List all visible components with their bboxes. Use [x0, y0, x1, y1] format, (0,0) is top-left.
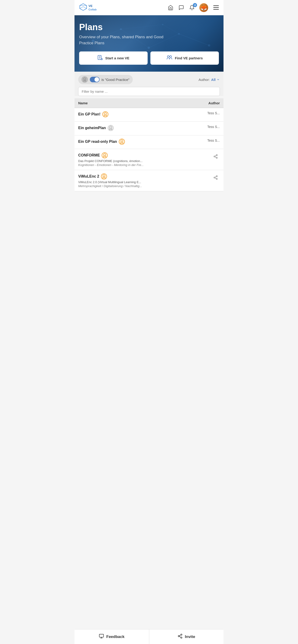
svg-point-30 [170, 56, 171, 58]
start-ve-button[interactable]: Start a new VE [79, 52, 148, 65]
plan-name: CONFORME [78, 153, 100, 158]
messages-icon[interactable] [178, 4, 184, 11]
hamburger-line [213, 9, 219, 10]
medal-icon [101, 174, 107, 179]
notifications-icon[interactable]: 4 [189, 4, 195, 11]
svg-point-33 [84, 78, 86, 80]
svg-line-41 [215, 157, 216, 158]
svg-point-34 [104, 112, 106, 114]
svg-text:Collab: Collab [88, 8, 97, 11]
svg-line-2 [80, 7, 83, 8]
gp-toggle-switch[interactable] [90, 77, 100, 82]
plan-row-header: Ein GP Plan! [78, 111, 197, 117]
plan-row-header: Ein geheimPlan [78, 125, 197, 131]
medal-icon [103, 112, 108, 117]
plan-author: Tess S... [197, 139, 220, 142]
logo[interactable]: VE Collab [78, 2, 101, 13]
svg-line-3 [83, 7, 87, 8]
plan-row[interactable]: ViMuLEnc 2 ViMuLEnc 2.0 (Virtual Multili… [75, 170, 223, 191]
filter-input-wrapper [78, 87, 220, 96]
plan-row-header: CONFORME [78, 152, 211, 158]
svg-line-42 [215, 155, 216, 156]
plan-row-content: ViMuLEnc 2 ViMuLEnc 2.0 (Virtual Multili… [78, 174, 211, 188]
gp-badge [102, 111, 108, 117]
find-partners-icon [166, 55, 172, 62]
page-title: Plans [79, 22, 219, 32]
notification-badge: 4 [193, 3, 197, 7]
col-author-header: Author [197, 101, 220, 105]
invite-label: Invite [185, 634, 195, 639]
hero-banner: Plans Overview of your Plans, shared Pla… [75, 15, 223, 72]
medal-icon [108, 126, 113, 130]
share-icon [213, 154, 218, 159]
svg-line-56 [179, 635, 181, 636]
plan-row-header: Ein GP read-only Plan [78, 139, 197, 145]
author-filter: Author: All [198, 78, 220, 82]
author-label: Author: [198, 78, 210, 82]
gp-toggle-group[interactable]: is "Good Practice" [78, 75, 133, 84]
feedback-label: Feedback [106, 634, 124, 639]
invite-icon [178, 634, 183, 640]
medal-icon [119, 139, 124, 144]
action-buttons: Start a new VE Find VE partners [79, 52, 219, 65]
find-partners-label: Find VE partners [175, 56, 203, 60]
filter-name-input[interactable] [78, 87, 220, 96]
hamburger-menu[interactable] [212, 4, 220, 11]
plan-row[interactable]: CONFORME Das Projekt CONFORME (cognition… [75, 149, 223, 170]
plan-author: Tess S... [197, 125, 220, 129]
plan-name: ViMuLEnc 2 [78, 174, 99, 178]
svg-point-37 [104, 154, 106, 156]
plan-desc-italic: Mehrsprachigkeit / Digitalisierung / Nac… [78, 184, 211, 188]
share-button[interactable] [211, 174, 220, 182]
gp-badge [102, 152, 108, 158]
svg-point-36 [121, 140, 123, 142]
plan-row[interactable]: Ein geheimPlan Tess S... [75, 122, 223, 136]
plan-name: Ein GP Plan! [78, 112, 101, 116]
svg-line-21 [179, 34, 209, 46]
user-avatar[interactable] [199, 3, 208, 12]
author-select-value: All [211, 78, 216, 82]
plan-row[interactable]: Ein GP read-only Plan Tess S... [75, 136, 223, 149]
feedback-button[interactable]: Feedback [75, 630, 149, 644]
gp-badge [101, 174, 107, 180]
plan-name: Ein geheimPlan [78, 126, 106, 130]
plan-row-header: ViMuLEnc 2 [78, 174, 211, 180]
plan-row-right: Tess S... [197, 125, 220, 129]
table-header: Name Author [75, 98, 223, 108]
author-select-button[interactable]: All [211, 78, 220, 82]
plan-row-content: Ein GP read-only Plan [78, 139, 197, 146]
hamburger-line [213, 5, 219, 6]
filters-section: is "Good Practice" Author: All [75, 72, 223, 96]
plan-row[interactable]: Ein GP Plan! Tess S... [75, 108, 223, 122]
start-ve-label: Start a new VE [105, 56, 129, 60]
svg-rect-49 [99, 634, 104, 637]
plans-list: Ein GP Plan! Tess S... Ein geheimPlan [75, 108, 223, 191]
share-icon [213, 175, 218, 180]
svg-point-43 [103, 174, 105, 177]
find-partners-button[interactable]: Find VE partners [150, 52, 219, 65]
plan-row-right [211, 152, 220, 161]
gp-badge [119, 139, 125, 145]
home-icon[interactable] [167, 4, 174, 11]
start-ve-icon [97, 55, 103, 62]
plan-desc: Das Projekt CONFORME (cognitions, émotio… [78, 159, 211, 163]
medal-icon [102, 153, 107, 158]
share-button[interactable] [211, 152, 220, 161]
gp-toggle-icon [82, 76, 88, 83]
bottom-bar: Feedback Invite [75, 629, 223, 644]
filter-row: is "Good Practice" Author: All [78, 75, 220, 84]
hamburger-line [213, 7, 219, 8]
app-header: VE Collab 4 [75, 0, 223, 15]
plan-row-right: Tess S... [197, 139, 220, 142]
svg-line-55 [179, 636, 181, 637]
plan-desc: ViMuLEnc 2.0 (Virtual Multilingual Learn… [78, 180, 211, 184]
chevron-down-icon [216, 78, 220, 81]
plan-row-right: Tess S... [197, 111, 220, 115]
svg-line-47 [215, 178, 216, 178]
feedback-icon [99, 634, 104, 640]
svg-line-48 [215, 176, 216, 177]
plan-desc-italic: Kognitionen - Emotionen - Mentoring in d… [78, 163, 211, 167]
plan-author: Tess S... [197, 111, 220, 115]
header-icons: 4 [167, 3, 220, 12]
invite-button[interactable]: Invite [149, 630, 224, 644]
